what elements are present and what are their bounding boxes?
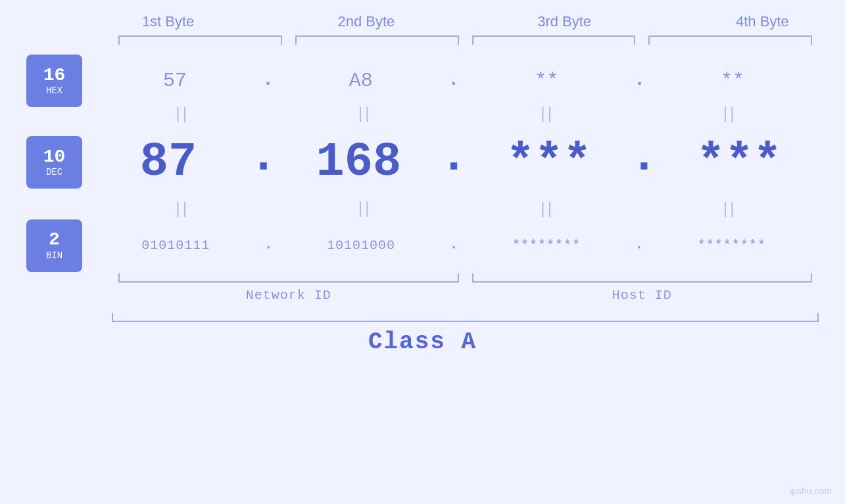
equals2-3: || [454, 202, 637, 218]
outer-bracket [112, 313, 819, 322]
dec-byte4-value: *** [696, 135, 782, 189]
bin-byte4-value: ******** [698, 238, 766, 253]
bracket-3 [472, 35, 636, 45]
hex-dot1: . [262, 70, 274, 93]
equals1-4: || [637, 107, 819, 123]
byte2-header: 2nd Byte [267, 13, 465, 35]
bottom-section: Network ID Host ID Class A [26, 273, 819, 355]
equals-row-2: || || || || [26, 200, 819, 219]
bin-byte2-cell: 10101000 [274, 238, 448, 253]
equals2-2: || [272, 202, 454, 218]
host-id-label: Host ID [466, 288, 819, 303]
equals2-1: || [89, 202, 272, 218]
hex-bytes-area: 57 . A8 . ** . ** [89, 70, 819, 93]
bracket-2 [295, 35, 459, 45]
dec-byte4-cell: *** [660, 135, 819, 189]
dec-dot1: . [249, 130, 278, 189]
hex-dot2: . [448, 70, 460, 93]
bracket-4 [648, 35, 812, 45]
dec-row: 10 DEC 87 . 168 . *** . *** [26, 126, 819, 198]
byte3-header: 3rd Byte [466, 13, 664, 35]
eq-sign-1-4: || [721, 107, 735, 123]
hex-byte2-value: A8 [349, 70, 373, 92]
eq-sign-1-2: || [356, 107, 370, 123]
watermark: ipshu.com [790, 486, 832, 496]
equals2-4: || [637, 202, 819, 218]
hex-row: 16 HEX 57 . A8 . ** . ** [26, 58, 819, 104]
hex-byte1-cell: 57 [89, 70, 261, 92]
bin-byte1-cell: 01010111 [89, 238, 263, 253]
bin-dot1: . [264, 237, 273, 254]
equals-row-1: || || || || [26, 105, 819, 125]
dec-byte3-cell: *** [470, 135, 629, 189]
dec-dot3: . [630, 130, 658, 189]
eq-sign-2-2: || [356, 202, 370, 218]
dec-dot2: . [439, 130, 468, 189]
main-container: 1st Byte 2nd Byte 3rd Byte 4th Byte 16 H… [0, 0, 845, 504]
hex-byte2-cell: A8 [275, 70, 447, 92]
bottom-labels: Network ID Host ID [112, 288, 819, 303]
dec-byte2-cell: 168 [279, 135, 438, 189]
hex-byte3-cell: ** [460, 70, 633, 92]
equals1-1: || [89, 107, 272, 123]
bin-byte3-cell: ******** [460, 238, 634, 253]
dec-byte1-cell: 87 [89, 135, 248, 189]
class-label: Class A [26, 329, 819, 355]
dec-badge-number: 10 [43, 147, 66, 168]
eq-sign-1-1: || [173, 107, 187, 123]
byte-headers: 1st Byte 2nd Byte 3rd Byte 4th Byte [69, 13, 845, 35]
hex-badge-label: HEX [46, 85, 62, 96]
dec-byte2-value: 168 [316, 135, 402, 189]
equals1-2: || [272, 107, 454, 123]
hex-badge: 16 HEX [26, 55, 82, 107]
network-id-label: Network ID [112, 288, 466, 303]
dec-byte1-value: 87 [140, 135, 197, 189]
hex-byte4-cell: ** [646, 70, 819, 92]
bin-byte3-value: ******** [512, 238, 581, 253]
eq-sign-1-3: || [538, 107, 552, 123]
eq-sign-2-4: || [721, 202, 735, 218]
bin-badge: 2 BIN [26, 219, 82, 272]
hex-byte1-value: 57 [163, 70, 187, 92]
dec-bytes-area: 87 . 168 . *** . *** [89, 130, 819, 195]
equals-area-2: || || || || [89, 202, 819, 218]
bin-byte4-cell: ******** [644, 238, 819, 253]
bracket-1 [118, 35, 282, 45]
dec-badge-label: DEC [46, 167, 62, 177]
bin-row: 2 BIN 01010111 . 10101000 . ******** . *… [26, 221, 819, 270]
eq-sign-2-1: || [173, 202, 187, 218]
bin-bytes-area: 01010111 . 10101000 . ******** . *******… [89, 237, 819, 254]
eq-sign-2-3: || [538, 202, 552, 218]
host-bracket [472, 273, 813, 283]
equals1-3: || [454, 107, 637, 123]
equals-area-1: || || || || [89, 107, 819, 123]
bin-byte2-value: 10101000 [327, 238, 395, 253]
byte1-header: 1st Byte [69, 13, 267, 35]
bin-dot3: . [635, 237, 643, 254]
bottom-brackets [112, 273, 819, 283]
network-bracket [118, 273, 459, 283]
byte4-header: 4th Byte [664, 13, 845, 35]
hex-dot3: . [634, 70, 645, 93]
bin-badge-label: BIN [46, 250, 62, 261]
hex-byte3-value: ** [535, 70, 558, 92]
bin-byte1-value: 01010111 [141, 238, 210, 253]
hex-byte4-value: ** [721, 70, 744, 92]
dec-badge: 10 DEC [26, 136, 82, 189]
bin-badge-number: 2 [49, 230, 60, 250]
bin-dot2: . [449, 237, 458, 254]
hex-badge-number: 16 [43, 66, 66, 86]
top-brackets [112, 35, 819, 45]
dec-byte3-value: *** [506, 135, 592, 189]
